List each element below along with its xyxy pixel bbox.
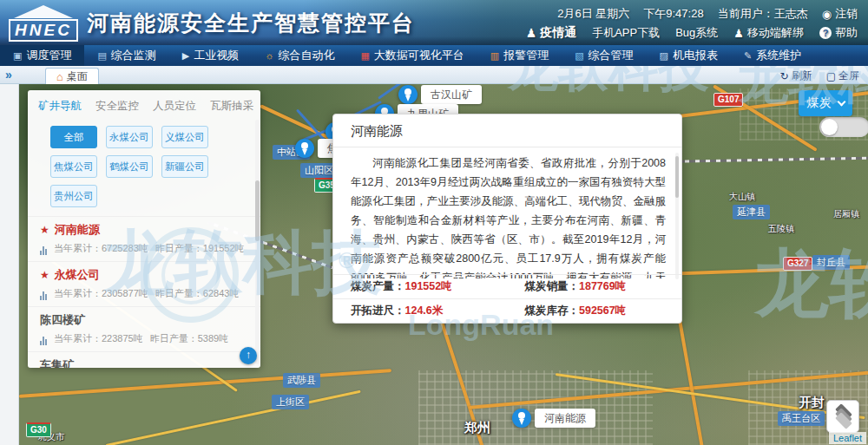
link-help[interactable]: ?帮助 xyxy=(819,25,858,41)
fullscreen-button[interactable]: ▢全屏 xyxy=(826,69,859,83)
nav-alarm-management[interactable]: ▥报警管理 xyxy=(477,45,562,66)
road-badge-g30: G30 xyxy=(26,422,51,437)
logout-button[interactable]: ◉注销 xyxy=(822,6,858,22)
company-filters: 全部 永煤公司 义煤公司 焦煤公司 鹤煤公司 新疆公司 贵州公司 xyxy=(28,121,260,216)
nav-dispatch-management[interactable]: ▣调度管理 xyxy=(0,45,84,66)
map-marker-guhanshan[interactable]: 古汉山矿 xyxy=(398,85,418,104)
town-label: 五陵镇 xyxy=(768,223,794,235)
popup-description: 河南能源化工集团是经河南省委、省政府批准，分别于2008年12月、2013年9月… xyxy=(333,147,681,278)
collapse-sidebar-icon[interactable]: » xyxy=(5,68,12,82)
filter-all[interactable]: 全部 xyxy=(50,126,97,148)
date-label: 2月6日 星期六 xyxy=(557,6,629,22)
refresh-button[interactable]: ↻刷新 xyxy=(780,69,812,83)
bar-chart-icon xyxy=(40,246,47,255)
tab-bar: » ⌂ 桌面 ↻刷新 ▢全屏 xyxy=(0,66,868,84)
filter-xinjiang[interactable]: 新疆公司 xyxy=(161,155,208,178)
tab-safety-monitoring[interactable]: 安全监控 xyxy=(95,99,139,114)
mine-list: ★河南能源 当年累计：6725283吨昨日产量：191552吨 ★永煤公司 当年… xyxy=(28,216,260,368)
nav-electromechanical-reports[interactable]: ▨机电报表 xyxy=(647,45,731,66)
filter-hemei[interactable]: 鹤煤公司 xyxy=(106,155,153,178)
filter-yimei[interactable]: 义煤公司 xyxy=(161,126,208,148)
panel-tabs: 矿井导航 安全监控 人员定位 瓦斯抽采 水文监测 xyxy=(28,90,260,121)
current-user-label: 当前用户：王志杰 xyxy=(718,6,808,22)
filter-jiaomei[interactable]: 焦煤公司 xyxy=(50,155,97,178)
filter-yongmei[interactable]: 永煤公司 xyxy=(106,126,153,148)
link-bug-system[interactable]: Bug系统 xyxy=(675,25,718,41)
filter-guizhou[interactable]: 贵州公司 xyxy=(50,185,97,207)
toggle-knob xyxy=(821,119,838,135)
bar-chart-icon xyxy=(40,291,47,300)
wrench-icon: ✎ xyxy=(744,50,752,62)
stat-excavation-footage: 开拓进尺：124.6米 xyxy=(333,299,508,323)
tab-personnel-positioning[interactable]: 人员定位 xyxy=(153,99,196,114)
list-item-henan-energy[interactable]: ★河南能源 当年累计：6725283吨昨日产量：191552吨 xyxy=(28,217,260,262)
pin-icon xyxy=(512,409,531,428)
list-item-chensilou[interactable]: 陈四楼矿 当年累计：223875吨昨日产量：5389吨 xyxy=(28,307,260,352)
town-label: 大山镇 xyxy=(729,191,755,203)
app-header: HNEC 河南能源安全生产智慧管控平台 2月6日 星期六 下午9:47:28 当… xyxy=(0,0,868,45)
monitor-icon: ▣ xyxy=(13,50,22,62)
popup-title: 河南能源 xyxy=(333,115,681,147)
nav-industrial-video[interactable]: ▶工业视频 xyxy=(169,45,252,66)
panel-scrollbar[interactable] xyxy=(255,120,260,364)
popup-scrollbar[interactable] xyxy=(675,153,679,279)
scrollbar-thumb[interactable] xyxy=(675,156,679,198)
link-mobile-app-download[interactable]: 手机APP下载 xyxy=(592,25,660,41)
tab-mine-navigation[interactable]: 矿井导航 xyxy=(38,99,82,114)
fullscreen-icon: ▢ xyxy=(826,70,836,82)
stat-coal-output: 煤炭产量：191552吨 xyxy=(333,275,508,298)
time-label: 下午9:47:28 xyxy=(643,6,703,22)
city-name-kaifeng: 开封 xyxy=(799,395,825,411)
link-yiqingtong[interactable]: ♟疫情通 xyxy=(526,25,577,41)
road-badge-g107: G107 xyxy=(713,93,743,107)
list-item-cheji[interactable]: 车集矿 当年累计：179682吨昨日产量：4506吨 xyxy=(28,352,260,368)
help-icon: ? xyxy=(819,27,832,39)
city-name-zhengzhou: 郑州 xyxy=(464,420,490,436)
tab-desktop[interactable]: ⌂ 桌面 xyxy=(45,68,99,84)
nav-integrated-management[interactable]: ▧综合管理 xyxy=(562,45,646,66)
page-title: 河南能源安全生产智慧管控平台 xyxy=(87,9,415,37)
coal-layer-toggle[interactable] xyxy=(819,117,868,137)
henan-energy-popup: 河南能源 河南能源化工集团是经河南省委、省政府批准，分别于2008年12月、20… xyxy=(332,114,682,324)
chart-icon: ▦ xyxy=(360,50,369,62)
stat-coal-inventory: 煤炭库存：592567吨 xyxy=(508,299,682,323)
leaflet-attribution[interactable]: Leaflet xyxy=(829,432,866,444)
star-icon: ★ xyxy=(40,269,49,281)
nav-system-maintenance[interactable]: ✎系统维护 xyxy=(731,45,814,66)
city-label: 武陟县 xyxy=(283,373,320,388)
link-mobile-unbind[interactable]: ♟移动端解绑 xyxy=(733,25,804,41)
coal-layer-button[interactable]: 煤炭 xyxy=(799,90,852,116)
header-links-row: ♟疫情通 手机APP下载 Bug系统 ♟移动端解绑 ?帮助 xyxy=(526,25,858,41)
marker-label: 河南能源 xyxy=(535,409,595,428)
scrollbar-thumb[interactable] xyxy=(255,180,260,241)
nav-bigdata-visualization[interactable]: ▦大数据可视化平台 xyxy=(347,45,477,66)
folder-icon: ▧ xyxy=(575,50,583,62)
logo-text: HNEC xyxy=(9,19,78,42)
chevron-down-icon xyxy=(837,97,845,106)
map-marker-jiaomei[interactable]: 焦煤公司 xyxy=(295,139,314,158)
nav-integrated-automation[interactable]: ☼综合自动化 xyxy=(252,45,347,66)
road xyxy=(106,390,361,445)
popup-stats: 煤炭产量：191552吨 煤炭销量：187769吨 开拓进尺：124.6米 煤炭… xyxy=(333,274,681,323)
scroll-up-button[interactable]: ↑ xyxy=(240,347,257,364)
main-nav: ▣调度管理 ▤综合监测 ▶工业视频 ☼综合自动化 ▦大数据可视化平台 ▥报警管理… xyxy=(0,45,868,66)
star-icon: ★ xyxy=(40,224,49,236)
city-label: 封丘县 xyxy=(812,255,850,270)
list-item-yongmei[interactable]: ★永煤公司 当年累计：2305877吨昨日产量：62843吨 xyxy=(28,262,260,307)
person-icon: ♟ xyxy=(733,27,744,40)
video-icon: ▶ xyxy=(182,50,189,62)
city-label: 延津县 xyxy=(733,205,770,219)
refresh-icon: ↻ xyxy=(780,70,789,82)
report-icon: ▨ xyxy=(660,50,668,62)
person-icon: ♟ xyxy=(526,26,537,40)
map-layers-button[interactable] xyxy=(826,400,859,433)
hnec-logo: HNEC xyxy=(9,5,78,42)
nav-integrated-monitoring[interactable]: ▤综合监测 xyxy=(84,45,168,66)
map-marker-henan-energy[interactable]: 河南能源 xyxy=(512,409,531,428)
home-icon: ⌂ xyxy=(56,70,63,83)
collapsed-sidebar-strip[interactable] xyxy=(0,84,19,445)
stat-coal-sales: 煤炭销量：187769吨 xyxy=(508,275,682,298)
tab-gas-extraction[interactable]: 瓦斯抽采 xyxy=(210,99,253,114)
city-label: 上街区 xyxy=(272,395,309,409)
power-icon: ◉ xyxy=(822,8,832,21)
